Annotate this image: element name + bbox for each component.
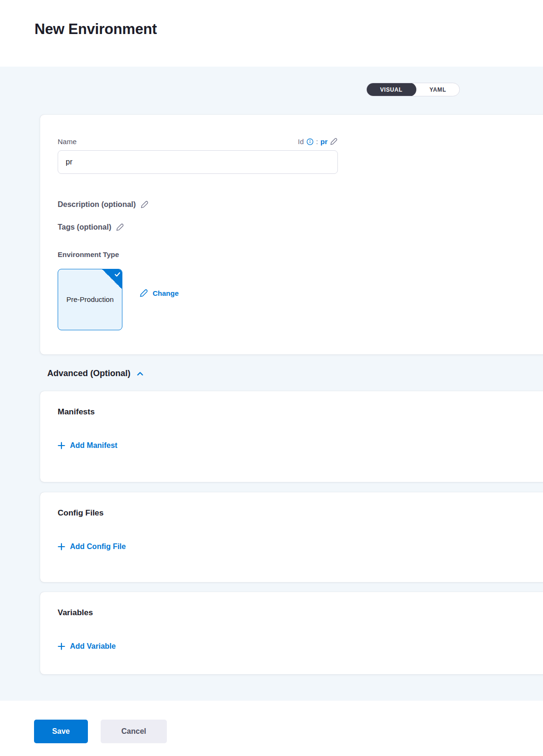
config-files-card: Config Files Add Config File	[40, 492, 543, 582]
add-config-file-label: Add Config File	[70, 542, 126, 551]
edit-id-icon[interactable]	[330, 137, 338, 146]
toggle-yaml[interactable]: YAML	[416, 83, 459, 96]
cancel-button[interactable]: Cancel	[101, 720, 167, 743]
variables-title: Variables	[58, 608, 533, 618]
new-environment-page: New Environment VISUAL YAML Name Id : pr	[0, 0, 543, 743]
edit-tags-icon[interactable]	[116, 223, 124, 232]
add-manifest-button[interactable]: Add Manifest	[58, 441, 117, 450]
page-title: New Environment	[34, 21, 543, 38]
plus-icon	[58, 543, 65, 550]
plus-icon	[58, 442, 65, 449]
edit-description-icon[interactable]	[140, 200, 149, 209]
pencil-icon	[139, 289, 148, 298]
name-label: Name	[58, 137, 77, 146]
environment-type-value: Pre-Production	[66, 293, 113, 306]
advanced-label: Advanced (Optional)	[47, 369, 130, 378]
environment-type-row: Pre-Production Change	[58, 269, 533, 330]
id-label: Id	[298, 137, 304, 146]
description-row: Description (optional)	[58, 200, 533, 209]
save-button[interactable]: Save	[34, 720, 88, 743]
add-config-file-button[interactable]: Add Config File	[58, 542, 126, 551]
form-content-area: VISUAL YAML Name Id : pr	[0, 67, 543, 701]
chevron-up-icon	[136, 370, 144, 377]
name-input[interactable]	[58, 150, 338, 174]
id-separator: :	[316, 137, 318, 146]
visual-yaml-toggle: VISUAL YAML	[366, 83, 460, 96]
add-manifest-label: Add Manifest	[70, 441, 117, 450]
tags-row: Tags (optional)	[58, 223, 533, 232]
id-row: Id : pr	[298, 137, 338, 146]
manifests-title: Manifests	[58, 407, 533, 417]
config-files-title: Config Files	[58, 508, 533, 518]
change-label: Change	[153, 289, 179, 297]
tags-label: Tags (optional)	[58, 223, 111, 232]
editor-mode-toggle-row: VISUAL YAML	[0, 67, 543, 96]
environment-type-label: Environment Type	[58, 250, 533, 258]
add-variable-label: Add Variable	[70, 642, 116, 651]
environment-details-card: Name Id : pr Description (optional)	[40, 115, 543, 354]
form-actions: Save Cancel	[0, 701, 543, 743]
plus-icon	[58, 643, 65, 650]
variables-card: Variables Add Variable	[40, 592, 543, 674]
environment-type-card-preproduction[interactable]: Pre-Production	[58, 269, 122, 330]
selected-corner-badge	[102, 269, 122, 290]
id-value: pr	[320, 137, 328, 146]
manifests-card: Manifests Add Manifest	[40, 391, 543, 482]
page-header: New Environment	[0, 0, 543, 67]
name-id-row: Name Id : pr	[58, 137, 338, 146]
info-icon[interactable]	[306, 138, 314, 146]
change-env-type-link[interactable]: Change	[139, 289, 179, 298]
description-label: Description (optional)	[58, 200, 136, 209]
add-variable-button[interactable]: Add Variable	[58, 642, 116, 651]
toggle-visual[interactable]: VISUAL	[366, 83, 416, 96]
advanced-section-toggle[interactable]: Advanced (Optional)	[47, 369, 144, 378]
